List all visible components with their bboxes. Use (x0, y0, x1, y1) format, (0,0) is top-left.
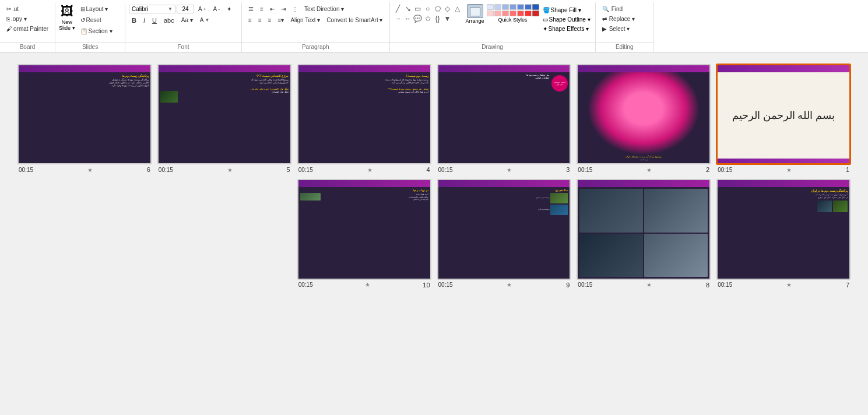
font-group: Calibri ▼ 24 A+ A- ✦ B I U abc Aa ▾ A ▼ … (125, 2, 242, 52)
strikethrough-button[interactable]: abc (161, 16, 177, 25)
star-shape[interactable]: ✩ (423, 14, 433, 23)
clipboard-label: Board (0, 42, 55, 50)
reset-button[interactable]: ↺ Reset (78, 15, 115, 25)
slides-grid: بسم الله الرحمن الرحیم 1 ★ 00:15 (17, 64, 851, 289)
font-name-selector[interactable]: Calibri ▼ (129, 5, 175, 13)
shape-effects-button[interactable]: ✦ Shape Effects ▾ (542, 25, 592, 33)
bracket-shape[interactable]: {} (433, 14, 442, 23)
decrease-font-button[interactable]: A- (210, 4, 223, 14)
ribbon: ✂ .ut ⎘ .opy ▾ 🖌 ormat Painter Board 🖼 N… (0, 0, 868, 52)
double-arrow-shape[interactable]: ↔ (403, 14, 413, 23)
shape-fill-button[interactable]: 🪣 Shape Fill ▾ (542, 6, 592, 14)
replace-icon: ⇄ (602, 16, 607, 22)
rect-shape[interactable]: ▭ (413, 4, 423, 13)
arrange-button[interactable]: Arrange (466, 4, 484, 24)
editing-label: Editing (596, 42, 653, 50)
slide-item-4[interactable]: زیست بوم چیست؟ زیست بوم یا بیوم مجموعه ا… (297, 64, 431, 173)
drawing-group: ╱ ↘ ▭ ○ ⬠ ◇ △ → ↔ 💬 ✩ {} ▼ (390, 2, 596, 52)
decrease-indent-button[interactable]: ⇤ (267, 4, 277, 14)
shape-fill-icon: 🪣 (543, 7, 550, 13)
circle-shape[interactable]: ○ (423, 4, 433, 13)
layout-icon: ⊞ (80, 6, 85, 12)
justify-button[interactable]: ≡▾ (275, 15, 287, 25)
format-painter-button[interactable]: 🖌 ormat Painter (3, 24, 51, 34)
find-button[interactable]: 🔍 Find (599, 4, 650, 14)
replace-button[interactable]: ⇄ Replace ▾ (599, 14, 650, 24)
callout-shape[interactable]: 💬 (413, 14, 423, 23)
format-painter-icon: 🖌 (6, 26, 12, 32)
drawing-label: Drawing (390, 42, 595, 50)
cut-icon: ✂ (6, 6, 11, 12)
italic-button[interactable]: I (140, 16, 148, 25)
slides-label: Slides (55, 42, 125, 50)
editing-group: 🔍 Find ⇄ Replace ▾ ▶ Select ▾ Editing (596, 2, 654, 52)
section-icon: 📋 (80, 28, 87, 34)
font-label: Font (125, 42, 241, 50)
align-left-button[interactable]: ≡ (245, 15, 255, 25)
arrow-shape[interactable]: ↘ (403, 4, 413, 13)
paragraph-label: Paragraph (242, 42, 389, 50)
underline-button[interactable]: U (149, 16, 160, 25)
shape-effects-icon: ✦ (543, 26, 547, 32)
increase-font-button[interactable]: A+ (195, 4, 209, 14)
clear-format-button[interactable]: ✦ (224, 4, 234, 14)
bullets-button[interactable]: ☰ (245, 4, 256, 14)
right-arrow-shape[interactable]: → (393, 14, 403, 23)
slide-panel: بسم الله الرحمن الرحیم 1 ★ 00:15 (0, 52, 868, 415)
align-center-button[interactable]: ≡ (255, 15, 265, 25)
slide-item-8[interactable]: 8 ★ 00:15 (577, 179, 711, 288)
more-shapes[interactable]: ▼ (443, 14, 452, 23)
increase-indent-button[interactable]: ⇥ (278, 4, 289, 14)
font-color-arrow: ▼ (205, 17, 209, 23)
paragraph-group: ☰ ≡ ⇤ ⇥ ⋮ Text Direction ▾ ≡ ≡ ≡ ≡▾ Alig… (242, 2, 389, 52)
shape-outline-icon: ▭ (543, 16, 548, 23)
slide-item-7[interactable]: پراکندگی زیست بوم ها در ایران ایران دارا… (716, 179, 851, 288)
text-direction-button[interactable]: Text Direction ▾ (301, 4, 347, 14)
slide-item-1[interactable]: بسم الله الرحمن الرحیم 1 ★ 00:15 (716, 64, 851, 173)
select-icon: ▶ (602, 26, 607, 32)
reset-icon: ↺ (80, 17, 85, 23)
align-right-button[interactable]: ≡ (265, 15, 275, 25)
slide-item-10[interactable]: دو نوع آب و هوا آب و هوای سرد: مناطق قطب… (297, 179, 431, 288)
slide-item-2[interactable]: موضوع: پراکندگی زیست بوم های جهان تهیه ک… (577, 64, 711, 173)
main-content: بسم الله الرحمن الرحیم 1 ★ 00:15 (0, 52, 868, 415)
new-slide-button[interactable]: 🖼 New Slide ▾ (59, 4, 75, 31)
font-size-input[interactable]: 24 (177, 5, 194, 13)
shape-outline-button[interactable]: ▭ Shape Outline ▾ (542, 16, 592, 23)
slide-item-9[interactable]: سنگ های نوع زیست بوم مرتعی زیست بوم آبی (437, 179, 571, 288)
copy-button[interactable]: ⎘ .opy ▾ (3, 14, 51, 24)
bold-button[interactable]: B (129, 16, 139, 25)
change-case-button[interactable]: Aa ▾ (178, 15, 196, 25)
slide-item-6[interactable]: پراکندگی زیست بوم ها پراکندگی زیست بوم ه… (17, 64, 152, 173)
convert-smartart-button[interactable]: Convert to SmartArt ▾ (324, 15, 385, 25)
line-shape[interactable]: ╱ (393, 4, 403, 13)
section-button[interactable]: 📋 Section ▾ (78, 26, 115, 36)
quick-styles-button[interactable]: Quick Styles (487, 4, 539, 23)
copy-icon: ⎘ (6, 16, 10, 22)
slide-item-3[interactable]: زیست بوم دوم های جهان متن نوشتار زیست بو… (437, 64, 571, 173)
slides-group: 🖼 New Slide ▾ ⊞ Layout ▾ ↺ Reset 📋 (55, 2, 125, 52)
diamond-shape[interactable]: ◇ (443, 4, 452, 13)
font-color-button[interactable]: A ▼ (197, 15, 213, 25)
triangle-shape[interactable]: △ (453, 4, 462, 13)
font-name-dropdown-arrow: ▼ (168, 6, 173, 12)
clipboard-group: ✂ .ut ⎘ .opy ▾ 🖌 ormat Painter Board (0, 2, 55, 52)
layout-button[interactable]: ⊞ Layout ▾ (78, 4, 115, 14)
numbering-button[interactable]: ≡ (257, 4, 266, 14)
align-text-button[interactable]: Align Text ▾ (287, 15, 323, 25)
columns-button[interactable]: ⋮ (289, 4, 301, 14)
slide-item-5[interactable]: مزارع اقتصادی چیست؟؟؟ مزارع اقتصادی به ن… (157, 64, 291, 173)
cut-button[interactable]: ✂ .ut (3, 4, 51, 14)
pentagon-shape[interactable]: ⬠ (433, 4, 442, 13)
select-button[interactable]: ▶ Select ▾ (599, 24, 650, 34)
find-icon: 🔍 (602, 6, 609, 12)
new-slide-icon: 🖼 (61, 4, 73, 19)
